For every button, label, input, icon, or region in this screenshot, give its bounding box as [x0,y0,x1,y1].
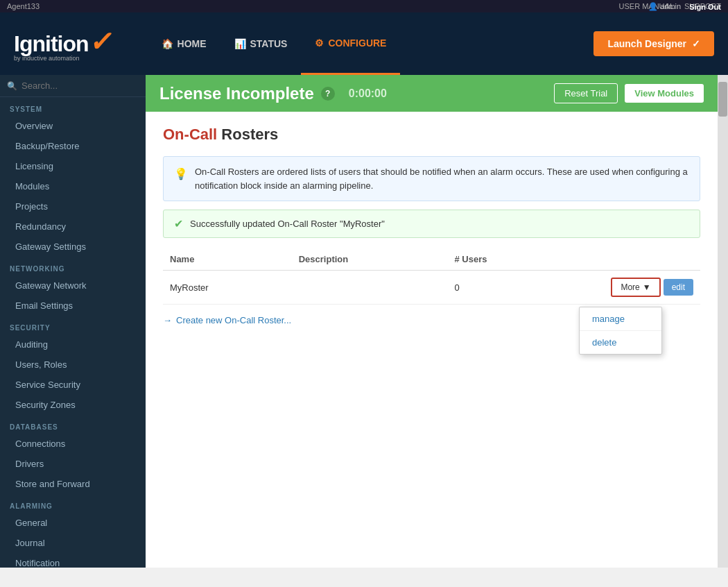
sidebar-item-general[interactable]: General [0,513,146,533]
license-title: License Incomplete ? 0:00:00 [159,84,387,103]
sidebar-item-gateway-network[interactable]: Gateway Network [0,275,146,296]
logo-slash: ✓ [87,26,115,58]
check-icon: ✔ [174,217,183,230]
search-bar: 🔍 [0,75,146,97]
section-system: SYSTEM [0,97,146,116]
main-layout: 🔍 SYSTEM Overview Backup/Restore Licensi… [0,75,728,568]
sidebar-item-gateway-settings[interactable]: Gateway Settings [0,237,146,257]
launch-designer-button[interactable]: Launch Designer ✓ [593,31,714,56]
sidebar-item-overview[interactable]: Overview [0,116,146,136]
sign-out-btn[interactable]: Sign Out [689,3,721,11]
table-header-row: Name Description # Users [163,248,700,271]
more-dropdown: manage delete [579,307,662,355]
col-actions [562,248,700,271]
roster-description [292,271,448,305]
configure-icon: ⚙ [315,37,324,49]
header: Ignition✓ by inductive automation 👤 admi… [0,12,728,75]
scrollbar[interactable] [718,75,728,568]
sidebar-item-auditing[interactable]: Auditing [0,334,146,355]
sidebar-item-modules[interactable]: Modules [0,176,146,196]
license-banner: License Incomplete ? 0:00:00 Reset Trial… [146,75,718,112]
info-box: 💡 On-Call Rosters are ordered lists of u… [163,156,700,201]
logo: Ignition✓ by inductive automation [14,26,113,62]
view-modules-button[interactable]: View Modules [625,84,704,103]
dropdown-manage[interactable]: manage [580,307,661,331]
content-area: License Incomplete ? 0:00:00 Reset Trial… [146,75,718,568]
status-icon: 📊 [234,38,246,49]
sidebar-item-projects[interactable]: Projects [0,196,146,216]
nav-home[interactable]: 🏠 HOME [148,12,220,75]
sidebar-item-redundancy[interactable]: Redundancy [0,216,146,237]
sidebar-item-users-roles[interactable]: Users, Roles [0,355,146,375]
section-security: SECURITY [0,316,146,334]
table-row: MyRoster 0 manage delete [163,271,700,305]
bulb-icon: 💡 [174,166,188,182]
sidebar-item-connections[interactable]: Connections [0,434,146,454]
arrow-right-icon: → [163,315,172,325]
more-button[interactable]: More ▼ [611,278,660,297]
sidebar-item-drivers[interactable]: Drivers [0,454,146,474]
sidebar-item-licensing[interactable]: Licensing [0,156,146,176]
roster-name: MyRoster [163,271,292,305]
reset-trial-button[interactable]: Reset Trial [554,83,618,103]
scrollbar-thumb[interactable] [718,82,727,117]
search-icon: 🔍 [7,81,17,91]
nav-status[interactable]: 📊 STATUS [220,12,302,75]
roster-users: 0 [447,271,562,305]
nav-configure[interactable]: ⚙ CONFIGURE [301,12,400,75]
sidebar-item-backup-restore[interactable]: Backup/Restore [0,136,146,156]
action-buttons: manage delete More ▼ edit [569,278,693,297]
launch-icon: ✓ [692,38,700,49]
sidebar-item-security-zones[interactable]: Security Zones [0,395,146,415]
dropdown-delete[interactable]: delete [580,331,661,354]
table-row-actions: manage delete More ▼ edit [562,271,700,305]
edit-button[interactable]: edit [664,279,693,296]
license-timer: 0:00:00 [349,87,387,100]
license-help-icon[interactable]: ? [321,87,335,101]
username-display: 👤 admin [648,2,681,11]
license-actions: Reset Trial View Modules [554,83,704,103]
dropdown-chevron-icon: ▼ [643,282,651,292]
sidebar-item-journal[interactable]: Journal [0,533,146,553]
sidebar-item-notification[interactable]: Notification [0,553,146,568]
col-users: # Users [447,248,562,271]
top-bar: Agent133 USER MANUAL SUPPORT [0,0,728,12]
home-icon: 🏠 [162,38,173,49]
rosters-table: Name Description # Users MyRoster 0 [163,248,700,305]
sidebar-item-service-security[interactable]: Service Security [0,375,146,395]
page-content: On-Call Rosters 💡 On-Call Rosters are or… [146,112,718,339]
search-input[interactable] [21,80,139,91]
success-box: ✔ Successfully updated On-Call Roster "M… [163,210,700,238]
section-alarming: ALARMING [0,494,146,513]
page-title: On-Call Rosters [163,126,700,144]
col-name: Name [163,248,292,271]
section-databases: DATABASES [0,415,146,434]
agent-label: Agent133 [7,2,40,10]
sidebar-item-email-settings[interactable]: Email Settings [0,296,146,316]
section-networking: NETWORKING [0,257,146,275]
col-description: Description [292,248,448,271]
sidebar-item-store-forward[interactable]: Store and Forward [0,474,146,494]
sidebar: 🔍 SYSTEM Overview Backup/Restore Licensi… [0,75,146,568]
nav-area: 🏠 HOME 📊 STATUS ⚙ CONFIGURE [148,12,573,75]
logo-text: Ignition✓ [14,31,113,56]
